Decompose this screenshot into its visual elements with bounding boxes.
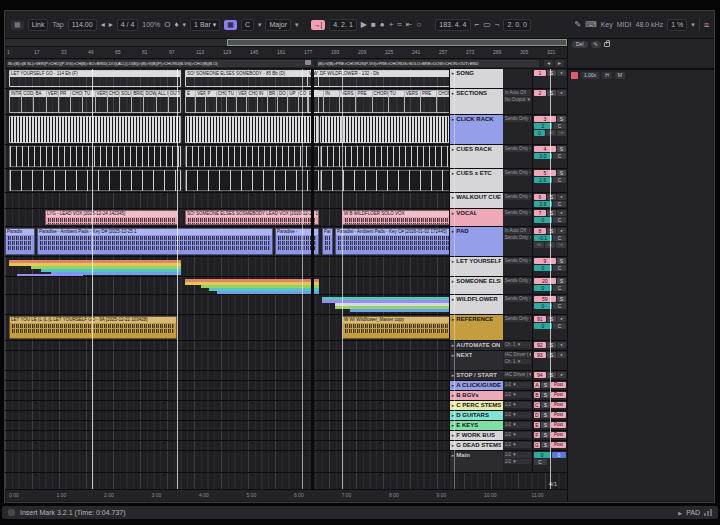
- track-lane[interactable]: ParadisParadise - Ambient Pads - Key D# …: [5, 227, 450, 256]
- section-cell[interactable]: TU: [83, 90, 95, 113]
- punch-in-button[interactable]: ⌐: [475, 21, 480, 29]
- capture-midi-button[interactable]: ⇤: [406, 21, 413, 29]
- track-lane[interactable]: [5, 257, 450, 276]
- clip[interactable]: [9, 170, 181, 191]
- arm-button[interactable]: ●: [557, 70, 566, 76]
- bar-number[interactable]: 241: [412, 49, 420, 55]
- section-cell[interactable]: CHORUS: [373, 90, 389, 113]
- track-lane[interactable]: [5, 451, 450, 472]
- overview-view-region[interactable]: [227, 39, 567, 46]
- routing-selector[interactable]: Sends Only ▼: [504, 210, 531, 216]
- section-cell[interactable]: CHOR: [71, 90, 83, 113]
- track-lane[interactable]: [5, 381, 450, 390]
- fold-arrow-icon[interactable]: ▸: [452, 372, 455, 379]
- fold-arrow-icon[interactable]: ▸: [452, 70, 455, 77]
- track-lane[interactable]: [5, 341, 450, 350]
- track-name-header[interactable]: ▸STOP / START: [450, 371, 503, 380]
- time-signature-field[interactable]: 4 / 4: [117, 19, 139, 31]
- section-cell[interactable]: E: [307, 90, 324, 113]
- fold-arrow-icon[interactable]: ▸: [452, 432, 455, 439]
- track-name-header[interactable]: ▸CUES RACK: [450, 145, 503, 168]
- section-cell[interactable]: ALL I: [157, 90, 169, 113]
- clip[interactable]: Par P: [322, 228, 333, 255]
- tempo-follower-icon[interactable]: [571, 72, 578, 79]
- fold-arrow-icon[interactable]: ▸: [452, 170, 455, 177]
- bar-number[interactable]: 209: [358, 49, 366, 55]
- fold-arrow-icon[interactable]: ▸: [452, 316, 455, 323]
- solo-button[interactable]: S: [541, 432, 550, 438]
- bar-number[interactable]: 193: [331, 49, 339, 55]
- arrangement-position-field[interactable]: 4. 2. 1: [329, 19, 356, 31]
- empty-lane-area[interactable]: 4/1: [5, 473, 567, 489]
- section-cell[interactable]: VERS: [340, 90, 356, 113]
- routing-selector[interactable]: 1/2 ▼: [504, 452, 531, 458]
- pan-field[interactable]: C: [553, 123, 566, 129]
- solo-button[interactable]: S: [557, 258, 566, 264]
- scale-mode-button[interactable]: ▦: [224, 20, 237, 30]
- fold-arrow-icon[interactable]: ▸: [452, 402, 455, 409]
- post-button[interactable]: Post: [551, 382, 566, 388]
- time-signature-marker[interactable]: 4/1: [549, 481, 557, 487]
- clip[interactable]: W WI Wildflower_Master copy: [342, 316, 450, 339]
- track-lane[interactable]: [5, 421, 450, 430]
- section-cell[interactable]: PR: [59, 90, 71, 113]
- track-lane[interactable]: LYG - LEAD VOX [2025-12-24 142345]SO! SO…: [5, 209, 450, 226]
- fold-arrow-icon[interactable]: ▸: [452, 412, 455, 419]
- post-button[interactable]: Post: [551, 422, 566, 428]
- track-lane[interactable]: [5, 401, 450, 410]
- bar-number[interactable]: 17: [34, 49, 40, 55]
- section-cell[interactable]: COD: [22, 90, 34, 113]
- track-lane[interactable]: [5, 411, 450, 420]
- solo-button[interactable]: S: [541, 382, 550, 388]
- arm-button[interactable]: ●: [557, 90, 566, 96]
- track-name-header[interactable]: ▸E KEYS: [450, 421, 503, 430]
- arm-button[interactable]: ●: [557, 210, 566, 216]
- routing-selector[interactable]: IAC Driver (▼: [504, 372, 531, 378]
- loop-button[interactable]: ▭: [483, 21, 491, 29]
- fold-arrow-icon[interactable]: ▸: [452, 452, 455, 459]
- app-logo-icon[interactable]: ▦: [11, 20, 24, 30]
- pan-field[interactable]: C: [553, 153, 566, 159]
- routing-selector[interactable]: In Auto Off: [504, 90, 531, 96]
- track-name-header[interactable]: ▸G DEAD STEMS: [450, 441, 503, 450]
- section-cell[interactable]: CHOR: [108, 90, 120, 113]
- send-field[interactable]: -∞: [557, 130, 567, 136]
- width-button[interactable]: M: [615, 72, 625, 79]
- clip[interactable]: [9, 116, 181, 143]
- fold-arrow-icon[interactable]: ▸: [452, 194, 455, 201]
- solo-button[interactable]: S: [557, 296, 566, 302]
- track-name-header[interactable]: ▸A CLICK/GUIDE: [450, 381, 503, 390]
- pan-field[interactable]: C: [553, 303, 566, 309]
- arm-button[interactable]: ●: [557, 228, 566, 234]
- section-cell[interactable]: CHORUS: [437, 90, 450, 113]
- solo-button[interactable]: S: [547, 342, 556, 348]
- track-number-chip[interactable]: 3: [534, 116, 556, 122]
- routing-selector[interactable]: 1/2 ▼: [504, 382, 531, 388]
- send-field[interactable]: -∞: [556, 242, 566, 248]
- track-number-chip[interactable]: G: [534, 442, 540, 448]
- track-name-header[interactable]: ▸SONG: [450, 69, 503, 88]
- track-name-header[interactable]: ▸SOMEONE ELSES: [450, 277, 503, 294]
- section-cell[interactable]: BRIDG: [132, 90, 144, 113]
- track-number-chip[interactable]: 94: [534, 372, 546, 378]
- metronome-menu-icon[interactable]: ▾: [183, 21, 187, 29]
- volume-field[interactable]: 0: [534, 323, 552, 329]
- bar-number[interactable]: 33: [61, 49, 67, 55]
- bar-number[interactable]: 113: [196, 49, 204, 55]
- track-lane[interactable]: [5, 169, 450, 192]
- volume-field[interactable]: 3.0: [534, 153, 552, 159]
- post-button[interactable]: Post: [551, 402, 566, 408]
- routing-selector[interactable]: 1/2 ▼: [504, 442, 531, 448]
- cpu-menu-icon[interactable]: ▾: [691, 21, 695, 29]
- volume-field[interactable]: 3.9: [534, 201, 552, 207]
- loop-start-field[interactable]: 183. 4. 4: [435, 19, 470, 31]
- solo-button[interactable]: S: [547, 210, 556, 216]
- tempo-field[interactable]: 114.00: [68, 19, 97, 31]
- routing-selector[interactable]: Ch. 1 ▼: [504, 359, 531, 365]
- track-name-header[interactable]: ▸REFERENCE: [450, 315, 503, 340]
- fold-arrow-icon[interactable]: ▸: [452, 116, 455, 123]
- routing-selector[interactable]: Sends Only ▼: [504, 316, 531, 322]
- bar-number[interactable]: 321: [547, 49, 555, 55]
- fold-arrow-icon[interactable]: ▸: [452, 422, 455, 429]
- section-cell[interactable]: DOW: [144, 90, 156, 113]
